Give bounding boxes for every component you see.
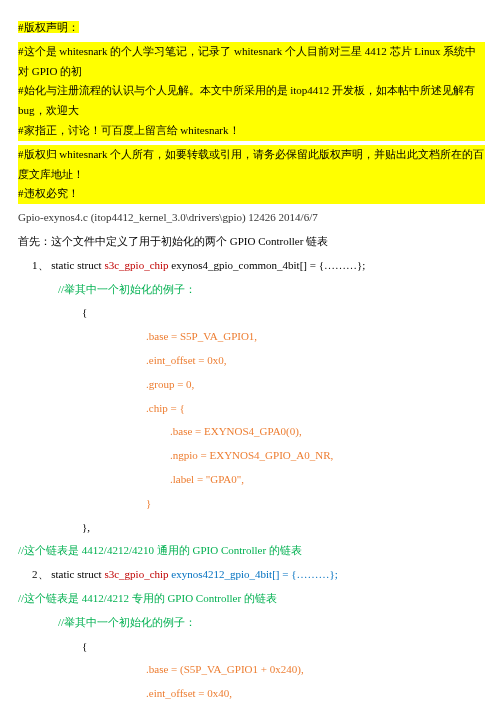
copyright-text: #始化与注册流程的认识与个人见解。本文中所采用的是 itop4412 开发板，如…	[18, 84, 475, 116]
kw: static struct	[51, 259, 104, 271]
decl-tail: exynos4_gpio_common_4bit[] = {………};	[169, 259, 366, 271]
copyright-text: #家指正，讨论！可百度上留言给 whitesnark！	[18, 124, 240, 136]
field-chip-open: .chip = {	[18, 399, 485, 419]
list-num: 2、	[32, 568, 49, 580]
comment-line: //举其中一个初始化的例子：	[18, 613, 485, 633]
brace-open: {	[18, 637, 485, 657]
tail-comment-2: //这个链表是 4412/4212 专用的 GPIO Controller 的链…	[18, 589, 485, 609]
type-name: s3c_gpio_chip	[104, 568, 168, 580]
field-chip-ngpio: .ngpio = EXYNOS4_GPIO_A0_NR,	[18, 446, 485, 466]
struct-decl-2: 2、 static struct s3c_gpio_chip exynos421…	[18, 565, 485, 585]
copyright-text: #违权必究！	[18, 187, 79, 199]
file-info: Gpio-exynos4.c (itop4412_kernel_3.0\driv…	[18, 208, 485, 228]
kw: static struct	[51, 568, 104, 580]
tail-comment-1: //这个链表是 4412/4212/4210 通用的 GPIO Controll…	[18, 541, 485, 561]
struct-decl-1: 1、 static struct s3c_gpio_chip exynos4_g…	[18, 256, 485, 276]
brace-open: {	[18, 303, 485, 323]
comment-line: //举其中一个初始化的例子：	[18, 280, 485, 300]
copyright-body2: #版权归 whitesnark 个人所有，如要转载或引用，请务必保留此版权声明，…	[18, 145, 485, 204]
copyright-body: #这个是 whitesnark 的个人学习笔记，记录了 whitesnark 个…	[18, 42, 485, 141]
copyright-text: #这个是 whitesnark 的个人学习笔记，记录了 whitesnark 个…	[18, 45, 476, 77]
field-chip-base: .base = EXYNOS4_GPA0(0),	[18, 422, 485, 442]
intro-text: 首先：这个文件中定义了用于初始化的两个 GPIO Controller 链表	[18, 232, 485, 252]
brace-close: },	[18, 518, 485, 538]
field-base: .base = S5P_VA_GPIO1,	[18, 327, 485, 347]
field-base: .base = (S5P_VA_GPIO1 + 0x240),	[18, 660, 485, 680]
field-eint: .eint_offset = 0x0,	[18, 351, 485, 371]
field-eint: .eint_offset = 0x40,	[18, 684, 485, 704]
field-chip-label: .label = "GPA0",	[18, 470, 485, 490]
decl-tail: exynos4212_gpio_4bit[] = {………};	[169, 568, 338, 580]
type-name: s3c_gpio_chip	[104, 259, 168, 271]
copyright-line: #版权声明：	[18, 21, 79, 33]
copyright-block: #版权声明： #这个是 whitesnark 的个人学习笔记，记录了 white…	[18, 18, 485, 204]
brace-close-inner: }	[18, 494, 485, 514]
copyright-text: #版权归 whitesnark 个人所有，如要转载或引用，请务必保留此版权声明，…	[18, 148, 484, 180]
list-num: 1、	[32, 259, 49, 271]
field-group: .group = 0,	[18, 375, 485, 395]
